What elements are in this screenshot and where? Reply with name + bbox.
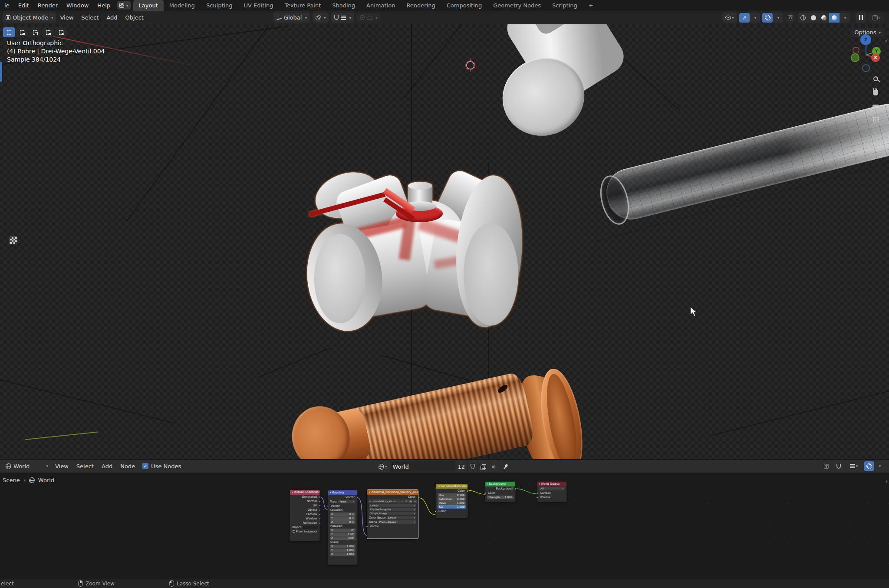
use-nodes-toggle[interactable]: ✓ Use Nodes: [142, 463, 181, 470]
rotation-x[interactable]: X0°: [330, 529, 356, 532]
show-overlays-toggle[interactable]: [762, 13, 773, 23]
workspace-tab-texture-paint[interactable]: Texture Paint: [279, 0, 326, 11]
scale-z[interactable]: Z1.000: [330, 552, 356, 556]
image-browse-button[interactable]: ▾: [369, 499, 372, 503]
node-texture-coordinate[interactable]: Texture Coordinate Generated Normal UV O…: [290, 489, 320, 541]
socket-color-out[interactable]: [417, 496, 419, 498]
object-field[interactable]: Object:: [292, 526, 318, 529]
menu-edit[interactable]: Edit: [14, 0, 33, 11]
fac-slider[interactable]: Fac1.000: [438, 505, 466, 509]
gizmo-minus-z-ball[interactable]: [862, 64, 870, 72]
location-z[interactable]: Z0 m: [330, 520, 356, 524]
xray-toggle[interactable]: [785, 13, 796, 23]
location-x[interactable]: X0 m: [330, 512, 356, 516]
viewport-menu-object[interactable]: Object: [122, 14, 148, 21]
node-background[interactable]: Background Background Color Strength1.00…: [485, 481, 516, 502]
pin-icon[interactable]: [501, 463, 509, 470]
pan-view-button[interactable]: [870, 87, 881, 98]
toolbar-collapsed-tab[interactable]: [0, 62, 2, 82]
image-new-button[interactable]: ⧉: [405, 499, 408, 503]
shader-menu-select[interactable]: Select: [72, 463, 98, 470]
node-overlays-toggle[interactable]: [864, 461, 874, 471]
value-slider[interactable]: Value1.000: [438, 501, 466, 505]
show-object-types-dropdown[interactable]: ▾: [722, 13, 737, 23]
workspace-tab-scripting[interactable]: Scripting: [547, 0, 583, 11]
hue-slider[interactable]: Hue0.500: [438, 493, 466, 497]
object-chrome-cylinder[interactable]: [497, 24, 612, 155]
workspace-tab-modeling[interactable]: Modeling: [164, 0, 201, 11]
shading-material-button[interactable]: [819, 13, 829, 23]
object-glass-pipe[interactable]: [588, 105, 889, 248]
node-header[interactable]: industrial_workshop_foundry_4k.exr: [367, 490, 418, 495]
perspective-toggle-button[interactable]: [870, 114, 881, 125]
shader-menu-node[interactable]: Node: [116, 463, 139, 470]
active-tool-button[interactable]: ▾: [117, 1, 131, 10]
empty-image-marker[interactable]: [10, 237, 17, 244]
object-three-way-valve[interactable]: [304, 170, 590, 335]
viewport-3d[interactable]: User Orthographic (4) Rohre | Drei-Wege-…: [0, 24, 889, 459]
socket-normal[interactable]: [319, 500, 321, 503]
object-copper-pipe[interactable]: [280, 356, 584, 459]
saturation-slider[interactable]: Saturation0.000: [438, 497, 466, 501]
node-environment-texture[interactable]: industrial_workshop_foundry_4k.exr Color…: [367, 489, 418, 539]
socket-uv[interactable]: [319, 505, 321, 507]
select-intersect-button[interactable]: [55, 27, 67, 37]
node-header[interactable]: World Output: [537, 482, 566, 486]
socket-color-out[interactable]: [467, 490, 469, 492]
menu-help[interactable]: Help: [93, 0, 115, 11]
image-open-button[interactable]: ▤: [408, 499, 412, 503]
gizmo-x-ball[interactable]: X: [871, 53, 880, 62]
datablock-browse-button[interactable]: ▾: [376, 461, 390, 472]
new-datablock-button[interactable]: [478, 461, 488, 472]
workspace-tab-compositing[interactable]: Compositing: [441, 0, 488, 11]
add-workspace-button[interactable]: +: [583, 0, 599, 11]
shading-dropdown[interactable]: ▾: [840, 13, 850, 23]
node-sidebar-collapse-arrow[interactable]: ‹: [885, 478, 888, 485]
alpha-dropdown[interactable]: Premultiplied▾: [378, 520, 416, 524]
node-snap-toggle[interactable]: [833, 461, 844, 471]
socket-generated[interactable]: [319, 496, 321, 498]
pause-render-button[interactable]: [856, 13, 866, 23]
gizmo-minus-x-ball[interactable]: [853, 47, 859, 54]
from-instancer-row[interactable]: From Instancer: [290, 529, 319, 534]
scale-x[interactable]: X1.000: [330, 545, 356, 548]
gizmos-dropdown[interactable]: ▾: [750, 13, 760, 23]
socket-vector-in[interactable]: [327, 505, 329, 507]
workspace-tab-uv-editing[interactable]: UV Editing: [238, 0, 279, 11]
gizmo-z-ball[interactable]: Z: [860, 34, 871, 45]
socket-color-in[interactable]: [435, 510, 437, 512]
navigation-gizmo[interactable]: Z Y X: [846, 33, 889, 81]
node-overlays-dropdown[interactable]: ▾: [874, 461, 885, 471]
zoom-view-button[interactable]: [870, 73, 881, 84]
scale-y[interactable]: Y1.000: [330, 549, 356, 552]
datablock-name-field[interactable]: World: [390, 461, 455, 472]
render-region-button[interactable]: ▾: [868, 13, 885, 23]
socket-color-in[interactable]: [484, 492, 486, 494]
select-subtract-button[interactable]: [29, 27, 41, 37]
socket-vector-in[interactable]: [366, 526, 368, 528]
interpolation-dropdown[interactable]: Linear▾: [369, 504, 416, 507]
workspace-tab-animation[interactable]: Animation: [361, 0, 401, 11]
rotation-z[interactable]: Z300°: [330, 536, 356, 540]
viewport-menu-view[interactable]: View: [56, 14, 77, 21]
datablock-users-button[interactable]: 12: [455, 461, 468, 472]
strength-slider[interactable]: Strength1.000: [487, 496, 514, 499]
unlink-datablock-button[interactable]: ×: [488, 461, 498, 472]
workspace-tab-rendering[interactable]: Rendering: [401, 0, 441, 11]
workspace-tab-shading[interactable]: Shading: [326, 0, 361, 11]
socket-vector-out[interactable]: [356, 496, 359, 499]
socket-background-out[interactable]: [514, 488, 517, 490]
rotation-y[interactable]: Y130°: [330, 532, 356, 536]
socket-window[interactable]: [319, 518, 321, 520]
viewport-menu-add[interactable]: Add: [102, 14, 121, 21]
shader-menu-add[interactable]: Add: [98, 463, 116, 470]
socket-reflection[interactable]: [319, 522, 321, 524]
show-gizmos-toggle[interactable]: ↗: [739, 13, 750, 23]
location-y[interactable]: Y0 m: [330, 516, 356, 520]
node-world-output[interactable]: World Output All▾ Surface Volume: [537, 481, 567, 502]
select-set-button[interactable]: [3, 27, 15, 37]
parent-node-tree-button[interactable]: [821, 461, 831, 471]
camera-view-button[interactable]: [870, 101, 881, 112]
proportional-editing-group[interactable]: ▾: [357, 13, 381, 23]
shader-type-dropdown[interactable]: World ▾: [3, 461, 51, 471]
